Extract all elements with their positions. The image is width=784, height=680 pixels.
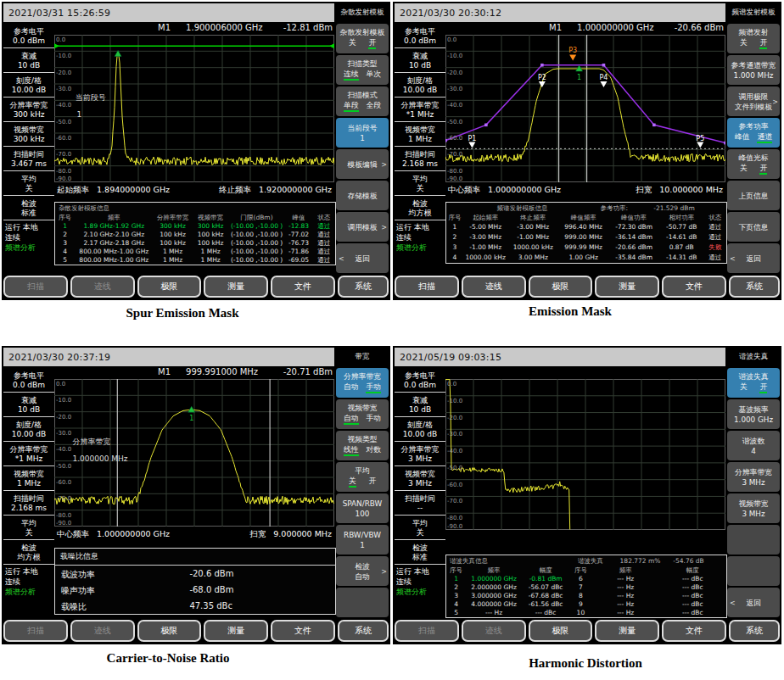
toggle-option[interactable]: 通道 [757,132,772,143]
menu-button-当前段号[interactable]: 当前段号1 [336,118,389,148]
function-button-扫描[interactable]: 扫描 [395,276,459,298]
sidebar-param-刻度/格: 刻度/格10.00 dB [3,416,54,441]
menu-button-分辨率带宽[interactable]: 分辨率带宽3 MHz [727,462,780,492]
sidebar-param-扫描时间: 扫描时间2.168 ms [395,146,445,170]
menu-button-存储模板[interactable]: 存储模板 [336,181,389,210]
function-button-极限[interactable]: 极限 [529,620,593,642]
function-button-极限[interactable]: 极限 [137,276,202,298]
sidebar-param-分辨率带宽: 分辨率带宽3 MHz [395,441,445,465]
menu-button-峰值光标[interactable]: 峰值光标关开 [727,149,780,179]
menu-button-谐波数[interactable]: 谐波数4 [727,431,780,460]
menu-button-SPAN/RBW[interactable]: SPAN/RBW100 [336,493,389,523]
status-line: 频谱分析 [396,242,445,253]
menu-button-上页信息[interactable]: 上页信息 [727,181,780,210]
menu-button-扫描模式[interactable]: 扫描模式单段全段 [336,86,389,116]
param-label: 视频带宽 [395,125,445,134]
toggle-option[interactable]: 连续 [344,70,359,81]
toggle-option[interactable]: 全段 [366,101,381,112]
param-label: 衰减 [395,396,445,404]
function-button-测量[interactable]: 测量 [595,620,659,642]
param-label: 视频带宽 [3,470,54,478]
menu-button-下页信息[interactable]: 下页信息 [727,212,780,242]
function-button-系统[interactable]: 系统 [729,276,780,298]
menu-button-返回[interactable]: 返回< [336,243,389,273]
toggle-option[interactable]: 单次 [366,70,381,81]
toggle-option[interactable]: 峰值 [735,132,750,143]
toggle-option[interactable]: 开 [368,38,376,49]
function-button-文件[interactable]: 文件 [271,276,335,298]
toggle-option[interactable]: 开 [368,477,376,488]
function-button-极限[interactable]: 极限 [137,620,202,642]
row-label: 载波功率 [61,569,95,581]
function-button-测量[interactable]: 测量 [204,276,268,298]
toggle-option[interactable]: 关 [740,382,748,393]
toggle-option[interactable]: 开 [759,382,767,393]
function-button-系统[interactable]: 系统 [338,620,389,642]
parameter-sidebar: 参考电平0.0 dBm衰减10 dB刻度/格10.00 dB分辨率带宽*1 MH… [395,24,445,254]
table-cell: 通过 [313,248,335,256]
toggle-option[interactable]: 手动 [366,414,381,425]
function-button-测量[interactable]: 测量 [204,620,268,642]
toggle-option[interactable]: 关 [740,164,748,175]
param-value: *1 MHz [395,110,445,119]
y-axis-label: -10.0 [447,53,462,59]
status-line: 连续 [5,232,54,242]
menu-button-基波频率[interactable]: 基波频率1.000 GHz [727,399,780,429]
menu-button-视频带宽[interactable]: 视频带宽3 MHz [727,493,780,523]
menu-button-返回[interactable]: 返回< [727,243,780,273]
table-cell: 1.89 GHz-1.92 GHz [75,222,153,231]
function-key-bar: 扫描迹线极限测量文件系统 [395,620,780,642]
function-button-文件[interactable]: 文件 [662,620,726,642]
menu-button-频谱发射[interactable]: 频谱发射关开 [727,24,780,53]
function-button-迹线[interactable]: 迹线 [462,276,526,298]
toggle-option[interactable]: 开 [759,164,767,175]
table-cell: -61.56 dBc [522,600,569,609]
table-cell: 9 [569,600,591,609]
y-axis-label: -40.0 [56,446,71,453]
column-header: 峰值功率 [608,214,658,222]
menu-button-分辨率带宽[interactable]: 分辨率带宽自动手动 [336,368,389,398]
freq-right: 扫宽 9.000000 MHz [249,529,332,540]
row-value: -68.0 dBm [189,585,233,594]
measurement-info-table: 载噪比信息载波功率-20.6 dBm噪声功率-68.0 dBm载噪比47.35 … [54,548,336,615]
toggle-option[interactable]: 自动 [344,382,359,393]
menu-button-检波[interactable]: 检波自动> [336,556,389,586]
menu-button-参考功率[interactable]: 参考功率峰值通道 [727,118,780,148]
menu-button-平均[interactable]: 平均关开 [336,462,389,492]
y-axis-label: -90.0 [56,520,71,527]
function-button-文件[interactable]: 文件 [271,620,335,642]
table-row: 22.000000 GHz-56.07 dBc7--- Hz--- dBc [446,583,726,592]
function-button-极限[interactable]: 极限 [529,276,593,298]
param-label: 衰减 [3,52,54,60]
toggle-option[interactable]: 单段 [344,101,359,112]
function-button-文件[interactable]: 文件 [662,276,726,298]
toggle-option[interactable]: 关 [349,477,356,488]
function-button-系统[interactable]: 系统 [729,620,780,642]
toggle-option[interactable]: 关 [740,38,748,49]
menu-button-返回[interactable]: 返回< [727,588,780,617]
menu-button-调用极限[interactable]: 调用极限文件到模板> [727,86,780,116]
menu-button-模板编辑[interactable]: 模板编辑> [336,149,389,179]
table-cell: --- Hz [592,592,659,600]
param-value: 10 dB [3,405,54,414]
run-status-block: 运行 本地连续频谱分析 [395,220,445,254]
toggle-option[interactable]: 开 [759,38,767,49]
menu-button-视频类型[interactable]: 视频类型线性对数 [336,431,389,460]
menu-button-参考通道带宽[interactable]: 参考通道带宽1.000 MHz [727,55,780,85]
toggle-option[interactable]: 对数 [366,445,381,456]
table-cell: 100 kHz [153,231,192,239]
menu-button-杂散发射模板[interactable]: 杂散发射模板关开 [336,24,389,53]
function-button-测量[interactable]: 测量 [595,276,659,298]
toggle-option[interactable]: 手动 [366,382,381,393]
title-bar: 2021/03/31 15:26:59 [3,3,334,22]
menu-button-谐波失真[interactable]: 谐波失真关开 [727,368,780,398]
toggle-option[interactable]: 自动 [344,414,359,425]
datetime-text: 2021/05/19 09:03:15 [400,352,501,363]
toggle-option[interactable]: 关 [349,38,356,49]
menu-button-调用模板[interactable]: 调用模板> [336,212,389,242]
function-button-系统[interactable]: 系统 [338,276,389,298]
menu-button-RBW/VBW[interactable]: RBW/VBW1 [336,525,389,555]
menu-button-视频带宽[interactable]: 视频带宽自动手动 [336,399,389,429]
toggle-option[interactable]: 线性 [344,445,359,456]
menu-button-扫描类型[interactable]: 扫描类型连续单次 [336,55,389,85]
